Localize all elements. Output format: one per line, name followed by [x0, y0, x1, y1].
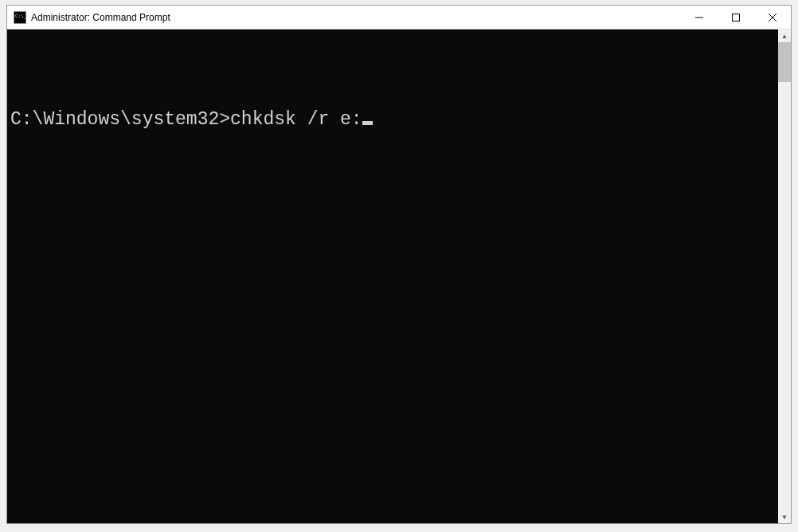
close-icon [769, 14, 776, 22]
scroll-up-button[interactable]: ▲ [778, 29, 791, 42]
scroll-thumb[interactable] [778, 42, 791, 82]
close-button[interactable] [754, 6, 791, 29]
command-prompt-window: Administrator: Command Prompt C:\Windows… [6, 5, 792, 524]
minimize-button[interactable] [681, 6, 718, 29]
maximize-icon [732, 14, 740, 22]
command-text: chkdsk /r e: [230, 109, 362, 130]
titlebar[interactable]: Administrator: Command Prompt [7, 6, 791, 29]
vertical-scrollbar[interactable]: ▲ ▼ [778, 29, 791, 523]
prompt-text: C:\Windows\system32> [10, 109, 230, 130]
scroll-down-button[interactable]: ▼ [778, 510, 791, 523]
chevron-down-icon: ▼ [781, 514, 788, 521]
maximize-button[interactable] [718, 6, 754, 29]
cmd-icon [14, 11, 26, 24]
console-wrapper: C:\Windows\system32>chkdsk /r e: ▲ ▼ [7, 29, 791, 523]
window-title: Administrator: Command Prompt [31, 12, 681, 23]
console-area[interactable]: C:\Windows\system32>chkdsk /r e: [7, 29, 778, 523]
minimize-icon [695, 14, 703, 22]
chevron-up-icon: ▲ [781, 33, 788, 40]
window-controls [681, 6, 791, 29]
text-cursor [362, 121, 373, 125]
console-line: C:\Windows\system32>chkdsk /r e: [10, 109, 775, 130]
scroll-track[interactable] [778, 42, 791, 510]
svg-rect-1 [733, 14, 740, 21]
